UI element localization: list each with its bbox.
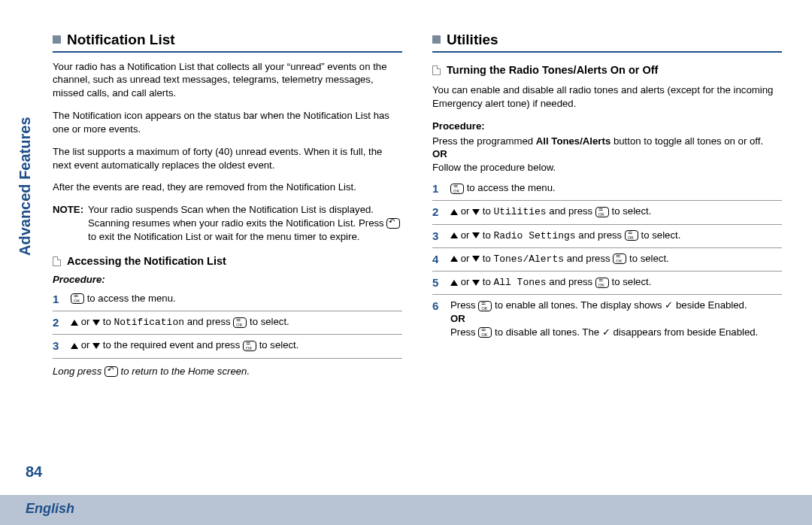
text: and press: [567, 253, 614, 264]
ok-key-icon: [625, 230, 638, 241]
step-number: 3: [53, 338, 63, 354]
side-section-label: Advanced Features: [17, 117, 34, 256]
step-text: to access the menu.: [450, 181, 782, 195]
step-text: or to All Tones and press to select.: [450, 275, 782, 290]
ok-key-icon: [243, 341, 256, 351]
step-number: 2: [432, 205, 443, 220]
heading-utilities: Utilities: [432, 30, 782, 53]
heading-text: Notification List: [67, 30, 175, 50]
menu-item-mono: Radio Settings: [493, 230, 575, 241]
text: and press: [549, 205, 595, 217]
square-bullet-icon: [432, 35, 441, 44]
para: The Notification icon appears on the sta…: [53, 109, 402, 136]
down-arrow-icon: [472, 256, 480, 262]
back-key-icon: [386, 218, 400, 229]
text: to: [483, 205, 494, 217]
document-icon: [53, 256, 61, 266]
subheading-accessing: Accessing the Notification List: [53, 254, 402, 269]
menu-item-mono: Utilities: [493, 206, 546, 217]
down-arrow-icon: [92, 320, 100, 326]
para: You can enable and disable all radio ton…: [432, 83, 782, 111]
text: Follow the procedure below.: [432, 161, 782, 174]
text: Press: [450, 326, 478, 338]
text: to the required event and press: [103, 339, 243, 351]
note-body: Your radio suspends Scan when the Notifi…: [88, 203, 402, 243]
text: to return to the Home screen.: [121, 366, 250, 377]
text: to: [483, 253, 494, 264]
step-text: or to Tones/Alerts and press to select.: [450, 252, 782, 266]
step-number: 1: [432, 181, 443, 196]
step-number: 2: [53, 315, 63, 330]
step-text: to access the menu.: [71, 292, 402, 305]
step-number: 6: [432, 299, 443, 314]
up-arrow-icon: [71, 343, 78, 349]
text: beside Enabled.: [676, 299, 747, 311]
para: The list supports a maximum of forty (40…: [53, 145, 402, 172]
text: Long press: [53, 366, 105, 377]
bold-text: All Tones/Alerts: [536, 135, 611, 147]
page-number: 84: [26, 463, 42, 481]
ok-key-icon: [595, 207, 609, 217]
ok-key-icon: [595, 278, 609, 288]
back-key-icon: [105, 366, 118, 377]
up-arrow-icon: [450, 256, 458, 262]
step-row: 4 or to Tones/Alerts and press to select…: [432, 248, 782, 272]
heading-text: Utilities: [447, 30, 498, 50]
text: Press: [450, 299, 478, 311]
or-label: OR: [432, 147, 782, 161]
step-row: 2 or to Utilities and press to select.: [432, 201, 782, 224]
up-arrow-icon: [71, 320, 78, 326]
right-column: Utilities Turning the Radio Tones/Alerts…: [432, 30, 782, 387]
step-text: or to Radio Settings and press to select…: [450, 229, 782, 243]
procedure-label: Procedure:: [53, 273, 402, 287]
up-arrow-icon: [450, 280, 458, 286]
menu-item-mono: Notification: [114, 317, 184, 328]
subheading-text: Accessing the Notification List: [67, 254, 226, 269]
step-row: 1 to access the menu.: [53, 288, 402, 311]
procedure-label: Procedure:: [432, 120, 782, 133]
heading-notification-list: Notification List: [53, 30, 402, 53]
menu-item-mono: All Tones: [493, 277, 546, 288]
text: to access the menu.: [467, 182, 556, 193]
text: to select.: [259, 339, 299, 351]
or-label: OR: [450, 312, 782, 326]
text: to: [483, 276, 494, 287]
text: to select.: [612, 205, 652, 217]
step-row: 5 or to All Tones and press to select.: [432, 272, 782, 295]
step-number: 5: [432, 275, 443, 290]
page-content: Notification List Your radio has a Notif…: [0, 0, 812, 387]
text: to enable all tones. The display shows: [495, 299, 665, 311]
step-text: Press to enable all tones. The display s…: [450, 299, 782, 338]
text: to access the menu.: [87, 293, 176, 304]
square-bullet-icon: [53, 35, 61, 44]
step-row: 2 or to Notification and press to select…: [53, 311, 402, 335]
ok-key-icon: [613, 253, 626, 264]
text: Press the programmed: [432, 135, 536, 147]
para: After the events are read, they are remo…: [53, 181, 402, 194]
step-number: 1: [53, 292, 63, 307]
subheading-text: Turning the Radio Tones/Alerts On or Off: [447, 63, 658, 78]
step-number: 3: [432, 229, 443, 244]
ok-key-icon: [478, 327, 492, 338]
text: or: [461, 229, 472, 241]
footer-language: English: [26, 501, 74, 517]
text: Your radio suspends Scan when the Notifi…: [88, 204, 386, 229]
up-arrow-icon: [450, 209, 458, 215]
check-icon: ✓: [665, 299, 673, 311]
text: to disable all tones. The: [495, 326, 602, 338]
ok-key-icon: [233, 317, 247, 328]
procedure-text: Press the programmed All Tones/Alerts bu…: [432, 135, 782, 148]
step-row: 1 to access the menu.: [432, 178, 782, 201]
step-number: 4: [432, 252, 443, 267]
note-block: NOTE: Your radio suspends Scan when the …: [53, 203, 402, 243]
text: or: [461, 276, 472, 287]
text: to select.: [250, 316, 289, 327]
text: to exit the Notification List or wait fo…: [88, 231, 359, 242]
note-label: NOTE:: [53, 203, 83, 243]
footer-bar: English: [0, 495, 812, 525]
text: to: [483, 229, 494, 241]
text: or: [81, 316, 92, 327]
down-arrow-icon: [472, 232, 480, 238]
text: to select.: [641, 229, 681, 241]
step-text: or to Notification and press to select.: [71, 315, 402, 329]
